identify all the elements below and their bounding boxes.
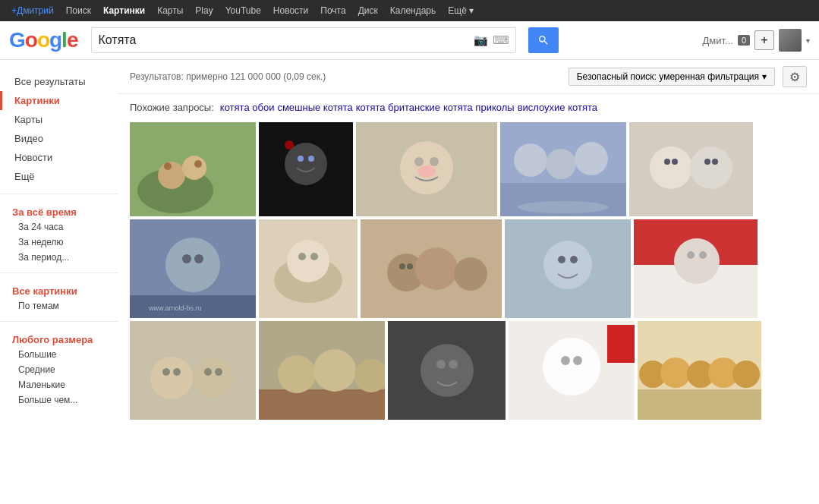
svg-point-38	[298, 253, 306, 260]
keyboard-icon[interactable]: ⌨	[493, 33, 509, 47]
nav-item-images[interactable]: Картинки	[98, 0, 150, 21]
image-13-svg	[388, 321, 506, 420]
similar-link-0[interactable]: котята обои	[220, 102, 275, 113]
settings-icon: ⚙	[789, 70, 800, 84]
svg-point-57	[194, 358, 233, 398]
image-cell-2[interactable]	[259, 122, 353, 216]
user-name: Дмит...	[703, 35, 733, 46]
svg-point-59	[173, 368, 181, 376]
svg-point-64	[278, 355, 316, 393]
sidebar-time-section: За всё время За 24 часа За неделю За пер…	[0, 199, 118, 268]
sidebar-size-title[interactable]: Все картинки	[0, 281, 118, 298]
svg-point-61	[215, 368, 222, 376]
nav-item-search[interactable]: Поиск	[61, 0, 96, 21]
avatar-image	[779, 29, 802, 52]
image-cell-8[interactable]	[361, 219, 502, 318]
svg-point-42	[415, 247, 458, 290]
sidebar-divider-1	[0, 194, 118, 194]
safe-search-button[interactable]: Безопасный поиск: умеренная фильтрация ▾	[569, 68, 775, 86]
google-logo[interactable]: Google	[9, 28, 77, 52]
nav-item-disk[interactable]: Диск	[353, 0, 383, 21]
image-10-svg	[634, 219, 758, 318]
image-cell-15[interactable]	[638, 321, 761, 420]
image-cell-13[interactable]	[388, 321, 506, 420]
avatar[interactable]	[779, 29, 802, 52]
sidebar-subitem-week[interactable]: За неделю	[0, 235, 118, 250]
image-cell-14[interactable]	[509, 321, 635, 420]
svg-point-58	[162, 368, 170, 376]
svg-point-78	[660, 358, 691, 388]
camera-icon[interactable]: 📷	[474, 33, 488, 47]
nav-item-user[interactable]: +Дмитрий	[6, 0, 59, 21]
sidebar-item-maps[interactable]: Карты	[0, 110, 118, 129]
svg-point-9	[308, 156, 314, 162]
svg-point-43	[454, 257, 487, 291]
image-cell-12[interactable]	[259, 321, 385, 420]
sidebar-time-title[interactable]: За всё время	[0, 202, 118, 219]
image-3-svg	[356, 122, 497, 216]
settings-button[interactable]: ⚙	[783, 66, 807, 87]
sidebar-divider-2	[0, 272, 118, 273]
search-input[interactable]	[98, 33, 469, 47]
image-cell-3[interactable]	[356, 122, 497, 216]
image-cell-6[interactable]: www.arnold-bs.ru	[130, 219, 256, 318]
image-cell-7[interactable]	[259, 219, 358, 318]
image-cell-11[interactable]	[130, 321, 256, 420]
svg-point-23	[650, 146, 692, 189]
sidebar-subitem-themes[interactable]: По темам	[0, 298, 118, 313]
sidebar-item-news[interactable]: Новости	[0, 148, 118, 167]
svg-point-65	[313, 349, 356, 392]
similar-link-3[interactable]: котята приколы	[443, 102, 515, 113]
sidebar-subitem-large[interactable]: Большие	[0, 347, 118, 362]
image-15-svg	[638, 321, 761, 420]
sidebar-color-title[interactable]: Любого размера	[0, 329, 118, 347]
image-cell-1[interactable]	[130, 122, 256, 216]
sidebar-subitem-medium[interactable]: Средние	[0, 362, 118, 377]
svg-point-72	[543, 338, 600, 395]
nav-item-youtube[interactable]: YouTube	[220, 0, 266, 21]
similar-link-4[interactable]: вислоухие котята	[518, 102, 597, 113]
svg-point-4	[164, 162, 172, 170]
sidebar-subitem-larger-than[interactable]: Больше чем...	[0, 392, 118, 408]
svg-point-69	[436, 360, 446, 369]
notification-count[interactable]: 0	[738, 35, 750, 46]
nav-item-more[interactable]: Ещё ▾	[443, 0, 479, 21]
image-cell-10[interactable]	[634, 219, 758, 318]
image-14-svg	[509, 321, 635, 420]
sidebar-item-images[interactable]: Картинки	[0, 91, 118, 110]
image-cell-5[interactable]	[629, 122, 753, 216]
sidebar-size-section: Все картинки По темам	[0, 278, 118, 317]
similar-queries: Похожие запросы: котята обои смешные кот…	[130, 102, 807, 113]
nav-item-news[interactable]: Новости	[268, 0, 313, 21]
similar-link-1[interactable]: смешные котята	[277, 102, 352, 113]
svg-point-24	[690, 146, 732, 189]
svg-text:www.arnold-bs.ru: www.arnold-bs.ru	[148, 304, 202, 312]
svg-point-74	[561, 356, 570, 365]
svg-point-37	[287, 240, 329, 282]
nav-item-maps[interactable]: Карты	[152, 0, 188, 21]
image-cell-9[interactable]	[505, 219, 631, 318]
safe-search-arrow-icon: ▾	[762, 71, 767, 82]
svg-point-20	[575, 142, 608, 175]
nav-item-play[interactable]: Play	[190, 0, 218, 21]
svg-point-31	[165, 238, 220, 292]
svg-point-27	[704, 159, 710, 165]
nav-item-mail[interactable]: Почта	[315, 0, 351, 21]
image-cell-4[interactable]	[500, 122, 626, 216]
similar-link-2[interactable]: котята британские	[356, 102, 440, 113]
nav-item-calendar[interactable]: Календарь	[385, 0, 442, 21]
sidebar-item-more[interactable]: Ещё	[0, 167, 118, 186]
sidebar-item-video[interactable]: Видео	[0, 129, 118, 148]
sidebar-subitem-24h[interactable]: За 24 часа	[0, 219, 118, 235]
sidebar-item-all[interactable]: Все результаты	[0, 72, 118, 91]
sidebar-subitem-period[interactable]: За период...	[0, 250, 118, 265]
dropdown-arrow-icon[interactable]: ▾	[806, 36, 810, 45]
svg-point-18	[514, 143, 547, 177]
plus-button[interactable]: +	[754, 30, 774, 50]
search-button[interactable]	[528, 27, 559, 53]
right-area: Результатов: примерно 121 000 000 (0,09 …	[118, 60, 819, 427]
svg-point-70	[449, 360, 458, 369]
svg-point-32	[182, 254, 191, 263]
sidebar-subitem-small[interactable]: Маленькие	[0, 377, 118, 392]
image-4-svg	[500, 122, 626, 216]
